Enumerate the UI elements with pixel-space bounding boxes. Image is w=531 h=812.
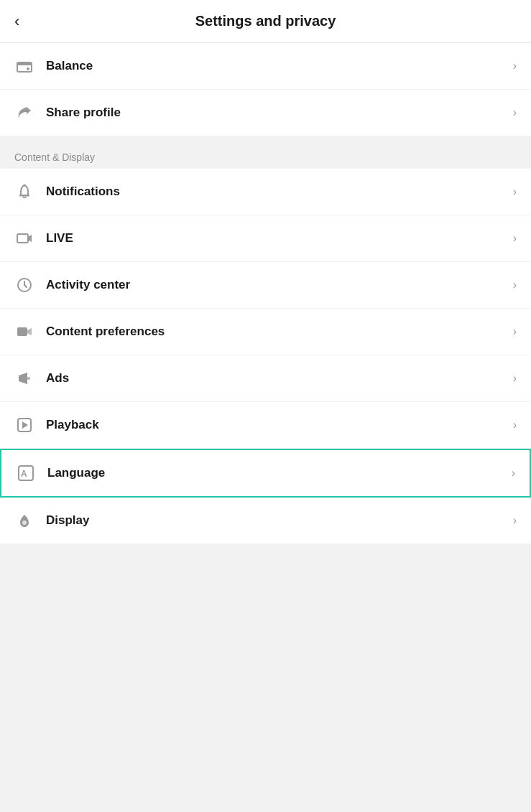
ads-label: Ads xyxy=(46,371,513,386)
display-chevron: › xyxy=(513,514,517,527)
svg-rect-1 xyxy=(17,62,32,65)
header: ‹ Settings and privacy xyxy=(0,0,531,43)
bell-icon xyxy=(14,182,34,202)
live-chevron: › xyxy=(513,232,517,245)
ads-item[interactable]: Ads › xyxy=(0,355,531,402)
share-profile-chevron: › xyxy=(513,106,517,119)
top-section: Balance › Share profile › xyxy=(0,43,531,136)
content-display-section: Content & Display Notifications › xyxy=(0,143,531,543)
language-item[interactable]: A Language › xyxy=(0,449,531,498)
wallet-icon xyxy=(14,56,34,76)
notifications-label: Notifications xyxy=(46,185,513,199)
live-label: LIVE xyxy=(46,231,513,246)
live-icon xyxy=(14,228,34,248)
svg-marker-8 xyxy=(19,373,27,384)
svg-rect-3 xyxy=(19,195,29,197)
back-button[interactable]: ‹ xyxy=(14,12,19,31)
content-display-items: Notifications › LIVE › Activity cent xyxy=(0,169,531,543)
section-label-content-display: Content & Display xyxy=(0,143,531,169)
clock-icon xyxy=(14,275,34,295)
share-icon xyxy=(14,103,34,123)
display-label: Display xyxy=(46,513,513,528)
page-title: Settings and privacy xyxy=(14,13,517,29)
live-item[interactable]: LIVE › xyxy=(0,215,531,262)
playback-label: Playback xyxy=(46,418,513,432)
share-profile-item[interactable]: Share profile › xyxy=(0,90,531,136)
svg-rect-7 xyxy=(17,327,27,336)
ads-chevron: › xyxy=(513,372,517,385)
svg-point-4 xyxy=(24,185,26,187)
svg-point-2 xyxy=(27,67,29,70)
display-icon xyxy=(14,510,34,531)
svg-marker-11 xyxy=(22,421,28,429)
playback-chevron: › xyxy=(513,419,517,431)
video-camera-icon xyxy=(14,322,34,342)
content-preferences-label: Content preferences xyxy=(46,325,513,339)
notifications-item[interactable]: Notifications › xyxy=(0,169,531,215)
activity-center-item[interactable]: Activity center › xyxy=(0,262,531,309)
content-preferences-chevron: › xyxy=(513,325,517,338)
activity-center-label: Activity center xyxy=(46,278,513,292)
balance-item[interactable]: Balance › xyxy=(0,43,531,90)
language-chevron: › xyxy=(512,467,515,480)
svg-rect-9 xyxy=(27,377,30,380)
ads-icon xyxy=(14,368,34,388)
notifications-chevron: › xyxy=(513,185,517,198)
share-profile-label: Share profile xyxy=(46,106,513,120)
display-item[interactable]: Display › xyxy=(0,498,531,543)
playback-item[interactable]: Playback › xyxy=(0,402,531,449)
balance-label: Balance xyxy=(46,59,513,73)
language-icon: A xyxy=(16,463,36,483)
activity-center-chevron: › xyxy=(513,279,517,291)
svg-rect-5 xyxy=(17,234,28,243)
balance-chevron: › xyxy=(513,60,517,73)
playback-icon xyxy=(14,415,34,435)
language-label: Language xyxy=(47,466,512,480)
svg-text:A: A xyxy=(21,469,27,479)
svg-point-14 xyxy=(22,521,27,525)
content-preferences-item[interactable]: Content preferences › xyxy=(0,309,531,355)
